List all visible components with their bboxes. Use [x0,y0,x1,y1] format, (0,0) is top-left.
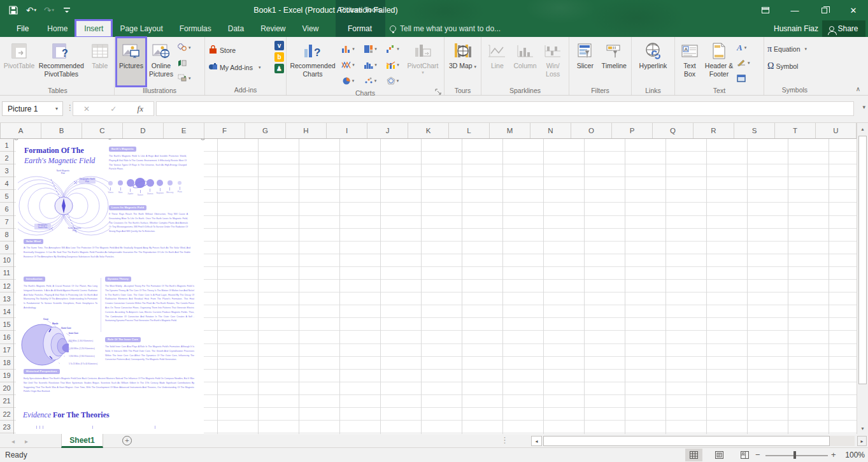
scroll-up-icon[interactable]: ▴ [857,123,868,134]
insert-waterfall-chart-icon[interactable]: ▾ [381,41,404,57]
ribbon-display-options-icon[interactable] [751,0,780,20]
table-button[interactable]: Table [87,38,112,86]
recommended-pivottables-button[interactable]: ? Recommended PivotTables [35,38,87,86]
pictures-button[interactable]: Pictures [117,38,146,86]
column-header-S[interactable]: S [734,123,775,138]
redo-icon[interactable]: ↷▾ [41,3,57,18]
vertical-scrollbar[interactable]: ▴ ▾ [857,123,868,434]
sheet-next-icon[interactable]: ▸ [25,438,28,445]
slicer-button[interactable]: Slicer [571,38,599,86]
customize-qat-icon[interactable] [59,3,75,18]
sheet-prev-icon[interactable]: ◂ [11,438,15,445]
column-header-K[interactable]: K [408,123,449,138]
horizontal-scrollbar-thumb[interactable] [543,436,830,446]
text-box-button[interactable]: A Text Box [677,38,702,86]
bing-maps-icon[interactable]: b [274,52,284,62]
row-header-16[interactable]: 16 [0,331,13,343]
column-header-T[interactable]: T [775,123,816,138]
shapes-button[interactable]: ▾ [178,41,191,54]
vertical-scrollbar-thumb[interactable] [858,136,867,384]
tab-formulas[interactable]: Formulas [171,20,220,37]
page-layout-view-icon[interactable] [711,449,728,461]
user-name[interactable]: Husnain Fiaz [774,20,818,37]
row-header-10[interactable]: 10 [0,254,13,267]
zoom-in-icon[interactable]: + [831,450,836,459]
insert-scatter-chart-icon[interactable]: ▾ [359,73,381,89]
select-all-corner[interactable] [0,123,1,139]
row-header-1[interactable]: 1 [0,139,13,152]
scroll-down-icon[interactable]: ▾ [857,422,868,434]
normal-view-icon[interactable] [685,449,702,461]
header-footer-button[interactable]: Header & Footer [702,38,736,86]
column-header-J[interactable]: J [367,123,408,138]
undo-icon[interactable]: ↶▾ [23,3,39,18]
minimize-icon[interactable]: — [780,0,809,20]
tab-home[interactable]: Home [39,20,76,37]
share-button[interactable]: Share [822,20,865,37]
new-sheet-icon[interactable]: + [122,436,132,445]
hyperlink-button[interactable]: Hyperlink [634,38,672,86]
row-header-19[interactable]: 19 [0,370,13,382]
save-icon[interactable] [5,3,22,18]
addin-visio-icon[interactable]: v [274,41,284,50]
row-header-3[interactable]: 3 [0,164,13,177]
row-header-5[interactable]: 5 [0,190,13,203]
horizontal-scrollbar[interactable] [543,436,855,446]
screenshot-button[interactable]: ▾ [178,72,191,85]
column-header-I[interactable]: I [327,123,367,138]
tab-insert[interactable]: Insert [76,20,111,37]
column-header-U[interactable]: U [816,123,857,138]
row-header-21[interactable]: 21 [0,395,13,408]
row-header-23[interactable]: 23 [0,421,13,433]
column-header-B[interactable]: B [41,123,82,138]
tab-view[interactable]: View [294,20,327,37]
column-header-F[interactable]: F [204,123,245,138]
row-header-14[interactable]: 14 [0,305,13,318]
people-graph-icon[interactable]: ♟ [274,64,284,73]
recommended-charts-button[interactable]: ? Recommended Charts [288,38,337,86]
smartart-icon[interactable] [178,57,191,69]
zoom-slider-handle[interactable] [793,451,796,459]
tab-review[interactable]: Review [252,20,294,37]
column-header-A[interactable]: A [1,123,41,138]
column-header-D[interactable]: D [123,123,164,138]
insert-hierarchy-chart-icon[interactable]: ▾ [359,41,381,57]
symbol-button[interactable]: Ω Symbol [767,60,807,73]
row-header-2[interactable]: 2 [0,152,13,164]
hscroll-right-icon[interactable]: ▸ [857,436,867,446]
tell-me-box[interactable]: Tell me what you want to do... [390,20,501,37]
tab-data[interactable]: Data [220,20,252,37]
hscroll-left-icon[interactable]: ◂ [531,436,542,446]
sparkline-column-button[interactable]: Column [511,38,539,86]
zoom-level[interactable]: 100% [844,451,865,459]
column-header-L[interactable]: L [449,123,490,138]
insert-pie-chart-icon[interactable]: ▾ [337,73,359,89]
formula-input[interactable] [156,101,854,116]
name-box[interactable]: Picture 1 ▾ [2,101,63,116]
worksheet-grid[interactable]: 1234567891011121314151617181920212223 Fo… [0,139,857,434]
zoom-slider[interactable] [765,455,828,456]
row-header-7[interactable]: 7 [0,216,13,229]
tab-page-layout[interactable]: Page Layout [111,20,171,37]
selection-handle-top-middle[interactable] [108,139,112,140]
cancel-icon[interactable]: ✕ [83,105,90,113]
charts-dialog-launcher-icon[interactable] [435,87,443,94]
tab-file[interactable]: File [6,20,39,37]
column-header-Q[interactable]: Q [653,123,694,138]
column-header-R[interactable]: R [694,123,734,138]
column-header-N[interactable]: N [530,123,571,138]
insert-statistic-chart-icon[interactable]: ▾ [359,57,381,73]
sheet-tab-sheet1[interactable]: Sheet1 [61,434,103,448]
my-addins-button[interactable]: My Add-ins ▾ [208,61,272,74]
sparkline-winloss-button[interactable]: Win/ Loss [539,38,567,86]
column-header-C[interactable]: C [82,123,123,138]
column-header-O[interactable]: O [571,123,612,138]
column-header-H[interactable]: H [286,123,327,138]
tab-format[interactable]: Format [339,20,380,37]
pivotchart-button[interactable]: PivotChart ▾ [404,38,442,86]
row-header-15[interactable]: 15 [0,318,13,331]
timeline-button[interactable]: Timeline [599,38,629,86]
insert-function-icon[interactable]: fx [138,104,143,114]
row-header-17[interactable]: 17 [0,344,13,357]
column-header-G[interactable]: G [245,123,286,138]
